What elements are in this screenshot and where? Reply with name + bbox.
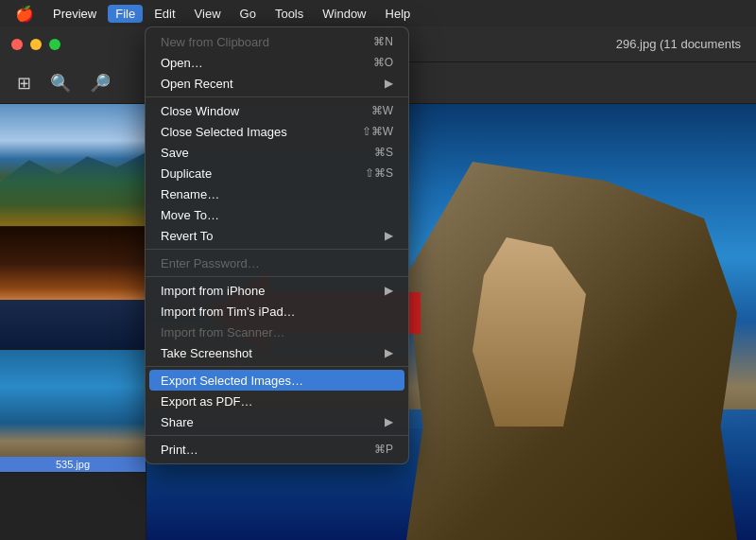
- menu-separator-2: [146, 249, 408, 250]
- sidebar-thumbnail-3[interactable]: 535.jpg: [0, 350, 146, 473]
- menubar-item-preview[interactable]: Preview: [45, 5, 104, 23]
- zoom-in-button[interactable]: 🔎: [84, 71, 116, 96]
- menubar-item-tools[interactable]: Tools: [267, 5, 311, 23]
- menu-item-export-selected[interactable]: Export Selected Images…: [149, 370, 404, 391]
- menu-separator-3: [146, 276, 408, 277]
- sidebar-thumbnail-1[interactable]: [0, 104, 146, 227]
- window-title: 296.jpg (11 documents: [616, 37, 741, 51]
- menubar-item-file[interactable]: File: [108, 5, 143, 23]
- menu-item-rename[interactable]: Rename…: [146, 183, 408, 204]
- menu-item-import-scanner[interactable]: Import from Scanner…: [146, 322, 408, 342]
- menu-item-share[interactable]: Share ▶: [146, 411, 408, 432]
- menubar-item-go[interactable]: Go: [232, 5, 264, 23]
- sidebar: 535.jpg: [0, 104, 146, 540]
- traffic-lights: [0, 26, 151, 62]
- menu-item-duplicate[interactable]: Duplicate ⇧⌘S: [146, 163, 408, 183]
- menu-item-move-to[interactable]: Move To…: [146, 204, 408, 225]
- minimize-button[interactable]: [30, 39, 42, 50]
- menu-item-open-recent[interactable]: Open Recent ▶: [146, 73, 408, 94]
- menu-item-new-clipboard[interactable]: New from Clipboard ⌘N: [146, 31, 408, 52]
- file-menu: New from Clipboard ⌘N Open… ⌘O Open Rece…: [145, 26, 409, 464]
- menu-item-print[interactable]: Print… ⌘P: [146, 439, 408, 460]
- menubar-item-help[interactable]: Help: [378, 5, 419, 23]
- sidebar-thumbnail-2[interactable]: [0, 227, 146, 350]
- menu-item-close-selected[interactable]: Close Selected Images ⇧⌘W: [146, 121, 408, 142]
- menu-item-revert-to[interactable]: Revert To ▶: [146, 225, 408, 246]
- sidebar-filename-label: 535.jpg: [0, 457, 146, 472]
- zoom-out-button[interactable]: 🔍: [44, 71, 77, 96]
- menu-separator-1: [146, 96, 408, 97]
- menubar-item-view[interactable]: View: [187, 5, 229, 23]
- menu-item-import-iphone[interactable]: Import from iPhone ▶: [146, 280, 408, 301]
- maximize-button[interactable]: [49, 39, 60, 50]
- menu-item-open[interactable]: Open… ⌘O: [146, 52, 408, 73]
- menu-item-import-ipad[interactable]: Import from Tim's iPad…: [146, 301, 408, 322]
- menu-item-save[interactable]: Save ⌘S: [146, 142, 408, 163]
- menu-item-close-window[interactable]: Close Window ⌘W: [146, 100, 408, 121]
- menubar: 🍎 Preview File Edit View Go Tools Window…: [0, 0, 756, 26]
- apple-menu[interactable]: 🍎: [8, 5, 42, 23]
- menubar-item-window[interactable]: Window: [315, 5, 373, 23]
- menu-separator-5: [146, 435, 408, 436]
- menu-item-export-pdf[interactable]: Export as PDF…: [146, 391, 408, 411]
- menu-item-enter-password[interactable]: Enter Password…: [146, 253, 408, 273]
- sidebar-toggle-button[interactable]: ⊞: [11, 71, 37, 96]
- menu-separator-4: [146, 366, 408, 367]
- close-button[interactable]: [11, 39, 23, 50]
- menu-item-take-screenshot[interactable]: Take Screenshot ▶: [146, 342, 408, 363]
- menubar-item-edit[interactable]: Edit: [146, 5, 182, 23]
